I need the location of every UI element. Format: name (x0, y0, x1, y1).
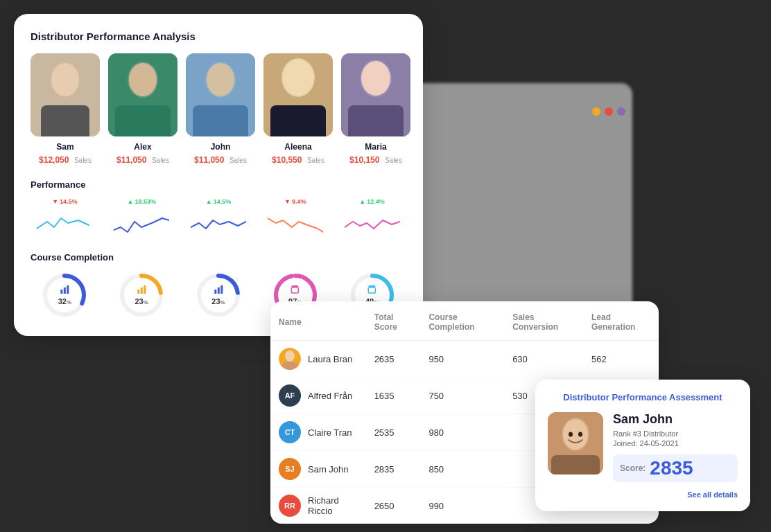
person-cell-sam: SJ Sam John (279, 458, 358, 480)
person-cell-richard: RR Richard Riccio (279, 495, 358, 517)
svg-rect-10 (193, 105, 248, 136)
distributor-photo-alex (108, 53, 177, 136)
svg-rect-43 (369, 285, 376, 287)
svg-rect-38 (292, 287, 299, 293)
svg-point-11 (207, 63, 234, 96)
distributor-sales-john: $11,050 Sales (186, 153, 255, 166)
dot-1 (592, 107, 600, 116)
col-lead-generation: Lead Generation (583, 301, 659, 341)
cell-name-sam: SJ Sam John (270, 451, 366, 488)
col-course-completion: Course Completion (420, 301, 504, 341)
distributor-alex: Alex $11,050 Sales (108, 53, 177, 166)
svg-point-55 (578, 432, 582, 437)
perf-badge-john: ▲14.5% (184, 198, 253, 205)
distributor-sales-aleena: $10,550 Sales (263, 153, 333, 166)
assessment-rank: Rank #3 Distributor (613, 429, 738, 438)
svg-rect-14 (270, 105, 326, 136)
person-cell-laura: Laura Bran (279, 348, 358, 370)
svg-rect-6 (115, 105, 171, 136)
donut-icon-32: 32% (58, 284, 71, 306)
bg-card-right (410, 83, 632, 319)
performance-item-sam: ▼14.5% (31, 198, 99, 238)
cell-lead-laura: 562 (583, 341, 659, 378)
see-all-details-button[interactable]: See all details (548, 490, 738, 499)
svg-rect-33 (217, 287, 219, 294)
cell-score-laura: 2635 (366, 341, 421, 378)
distributor-sales-sam: $12,050 Sales (31, 153, 100, 166)
perf-badge-aleena: ▼9.4% (261, 198, 329, 205)
distributor-photo-john (186, 53, 255, 136)
col-name: Name (270, 301, 366, 341)
avatar-richard: RR (279, 495, 301, 517)
decorative-dots (592, 107, 625, 116)
svg-rect-22 (60, 290, 62, 294)
avatar-alfred: AF (279, 384, 301, 407)
svg-point-7 (129, 63, 157, 96)
cell-course-laura: 950 (420, 341, 504, 378)
cell-sales-laura: 630 (504, 341, 583, 378)
score-box: Score: 2835 (613, 454, 738, 482)
person-cell-alfred: AF Alfred Från (279, 384, 358, 407)
distributor-name-alex: Alex (108, 142, 177, 152)
distributor-sales-maria: $10,150 Sales (341, 153, 410, 166)
completion-section-title: Course Completion (31, 252, 406, 263)
distributor-john: John $11,050 Sales (186, 53, 255, 166)
perf-badge-sam: ▼14.5% (31, 198, 99, 205)
distributor-photo-aleena (263, 53, 333, 136)
assessment-info: Sam John Rank #3 Distributor Joined: 24-… (613, 412, 738, 482)
donut-icon-23a: 23% (135, 284, 148, 306)
svg-rect-18 (348, 105, 404, 136)
dot-3 (617, 107, 625, 116)
svg-rect-37 (292, 285, 299, 287)
svg-point-15 (283, 60, 313, 96)
distributors-row: Sam $12,050 Sales Alex $11,050 Sales (31, 53, 406, 166)
svg-rect-44 (369, 287, 376, 293)
score-value: 2835 (650, 457, 693, 479)
distributor-photo-maria (341, 53, 410, 136)
cell-score-alfred: 1635 (366, 378, 421, 414)
cell-course-claire: 980 (420, 414, 504, 451)
completion-item-32: 32% (31, 271, 99, 319)
person-cell-claire: CT Claire Tran (279, 421, 358, 443)
assessment-card: Distributor Performance Assessment Sam J… (535, 380, 750, 511)
perf-badge-alex: ▲18.53% (107, 198, 176, 205)
avatar-sam: SJ (279, 458, 301, 480)
svg-rect-2 (41, 105, 89, 136)
svg-rect-27 (137, 290, 139, 294)
distributor-photo-sam (31, 53, 100, 136)
svg-point-54 (569, 432, 573, 437)
avatar-claire: CT (279, 421, 301, 443)
performance-row: ▼14.5% ▲18.53% ▲14.5% (31, 198, 406, 238)
performance-section-title: Performance (31, 179, 406, 190)
cell-score-claire: 2535 (366, 414, 421, 451)
distributor-sam: Sam $12,050 Sales (31, 53, 100, 166)
assessment-joined: Joined: 24-05-2021 (613, 439, 738, 447)
cell-name-claire: CT Claire Tran (270, 414, 366, 451)
svg-rect-29 (144, 285, 146, 294)
svg-rect-24 (67, 285, 69, 294)
assessment-name: Sam John (613, 412, 738, 427)
svg-point-52 (563, 419, 588, 450)
svg-rect-32 (214, 290, 216, 294)
col-total-score: Total Score (366, 301, 421, 341)
completion-item-23a: 23% (107, 271, 176, 319)
assessment-content: Sam John Rank #3 Distributor Joined: 24-… (548, 412, 738, 482)
table-row: Laura Bran 2635 950 630 562 (270, 341, 659, 378)
score-label: Score: (620, 463, 646, 473)
cell-name-laura: Laura Bran (270, 341, 366, 378)
performance-item-alex: ▲18.53% (107, 198, 176, 238)
distributor-performance-card: Distributor Performance Analysis Sam $12… (14, 14, 423, 336)
svg-point-19 (361, 61, 390, 96)
cell-course-sam: 850 (420, 451, 504, 488)
distributor-aleena: Aleena $10,550 Sales (263, 53, 333, 166)
completion-item-23b: 23% (184, 271, 253, 319)
cell-name-alfred: AF Alfred Från (270, 378, 366, 414)
perf-badge-maria: ▲12.4% (338, 198, 406, 205)
table-header: Name Total Score Course Completion Sales… (270, 301, 659, 341)
cell-score-sam: 2835 (366, 451, 421, 488)
assessment-photo (548, 412, 603, 475)
performance-item-aleena: ▼9.4% (261, 198, 329, 238)
donut-32: 32% (40, 271, 89, 319)
distributor-sales-alex: $11,050 Sales (108, 153, 177, 166)
col-sales-conversion: Sales Conversion (504, 301, 583, 341)
